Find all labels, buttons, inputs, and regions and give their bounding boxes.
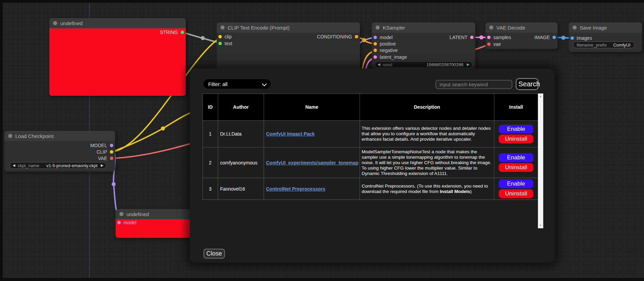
input-slot-positive[interactable]: positive	[374, 41, 396, 46]
node-vae-decode[interactable]: VAE Decode samples vae IMAGE	[485, 22, 558, 49]
node-title-bar[interactable]: CLIP Text Encode (Prompt)	[217, 22, 360, 33]
input-dot-vae[interactable]	[487, 42, 491, 46]
slot-label: VAE	[98, 156, 107, 161]
node-collapse-dot[interactable]	[119, 212, 123, 216]
seed-widget[interactable]: ◀ seed 156680208700286 ▶	[375, 61, 473, 68]
input-slot-latent-image[interactable]: latent_image	[374, 55, 407, 59]
scroll-up-arrow-icon[interactable]: ▲	[539, 95, 542, 98]
filter-select[interactable]: Filter: all	[203, 79, 271, 89]
input-dot-negative[interactable]	[374, 49, 377, 52]
output-slot-string[interactable]: STRING	[160, 30, 184, 35]
input-dot-positive[interactable]	[374, 42, 377, 46]
decrement-arrow-icon[interactable]: ◀	[13, 164, 15, 167]
ckpt-name-widget[interactable]: ◀ ckpt_name v1-5-pruned-emaonly.ckpt ▶	[10, 162, 106, 169]
uninstall-button[interactable]: Uninstall	[499, 189, 533, 198]
node-collapse-dot[interactable]	[8, 134, 12, 138]
widget-value[interactable]: v1-5-pruned-emaonly.ckpt	[46, 163, 97, 168]
input-slot-model[interactable]: model	[374, 35, 393, 40]
enable-button[interactable]: Enable	[499, 153, 533, 162]
input-dot-images[interactable]	[571, 36, 574, 40]
node-title-bar[interactable]: Load Checkpoint	[4, 131, 115, 141]
canvas-edge-top	[0, 0, 644, 3]
cell-install: EnableUninstall	[494, 178, 538, 200]
uninstall-button[interactable]: Uninstall	[499, 135, 533, 143]
output-slot-image[interactable]: IMAGE	[534, 35, 556, 40]
node-error-body	[49, 28, 186, 96]
node-title-bar[interactable]: undefined	[116, 209, 191, 219]
output-dot-conditioning[interactable]	[355, 35, 358, 38]
output-slot-conditioning[interactable]: CONDITIONING	[317, 34, 358, 39]
description-text: Install Models	[440, 189, 470, 194]
input-slot-model[interactable]: model	[117, 220, 136, 225]
table-body: 1Dr.Lt.DataComfyUI Impact PackThis exten…	[203, 121, 538, 200]
wire-conditioning-dot	[362, 38, 366, 42]
cell-install: EnableUninstall	[494, 121, 538, 147]
decrement-arrow-icon[interactable]: ◀	[378, 63, 380, 66]
search-input[interactable]	[435, 80, 512, 89]
slot-label: CLIP	[97, 149, 107, 155]
node-collapse-dot[interactable]	[220, 25, 225, 30]
node-title-bar[interactable]: undefined	[49, 18, 186, 28]
output-slot-model[interactable]: MODEL	[90, 143, 113, 148]
uninstall-button[interactable]: Uninstall	[499, 163, 533, 172]
extension-link[interactable]: ControlNet Preprocessors	[266, 186, 325, 192]
output-slot-clip[interactable]: CLIP	[97, 150, 113, 154]
node-save-image[interactable]: Save Image images filename_prefix ComfyU…	[569, 22, 642, 52]
input-dot-clip[interactable]	[218, 35, 222, 38]
filename-prefix-widget[interactable]: filename_prefix ComfyUI	[573, 41, 635, 48]
extension-link[interactable]: ComfyUI_experiments/sampler_tonemap	[266, 160, 359, 165]
search-button[interactable]: Search	[516, 78, 539, 90]
node-collapse-dot[interactable]	[573, 25, 577, 30]
cell-author: Fannovel16	[218, 178, 264, 200]
output-dot-vae[interactable]	[110, 157, 113, 160]
extension-link[interactable]: ComfyUI Impact Pack	[266, 131, 315, 137]
node-collapse-dot[interactable]	[489, 25, 493, 30]
widget-name: seed	[383, 62, 392, 67]
description-text: ModelSamplerTonemapNoiseTest a node that…	[362, 149, 491, 176]
scroll-down-arrow-icon[interactable]: ▼	[539, 224, 542, 227]
enable-button[interactable]: Enable	[499, 179, 533, 188]
output-dot-model[interactable]	[110, 144, 113, 147]
node-title: CLIP Text Encode (Prompt)	[228, 25, 290, 31]
input-dot-latent-image[interactable]	[374, 55, 377, 59]
node-undefined-top[interactable]: undefined STRING	[49, 18, 186, 96]
node-title-bar[interactable]: KSampler	[372, 22, 475, 33]
input-dot-samples[interactable]	[487, 36, 491, 39]
close-button[interactable]: Close	[203, 249, 225, 259]
widget-value[interactable]: 156680208700286	[427, 62, 463, 67]
widget-value[interactable]: ComfyUI	[613, 42, 630, 48]
input-slot-vae[interactable]: vae	[487, 42, 501, 47]
node-title-bar[interactable]: VAE Decode	[485, 22, 558, 33]
input-slot-text[interactable]: text	[218, 41, 232, 46]
input-dot-text[interactable]	[218, 42, 222, 45]
input-slot-negative[interactable]: negative	[374, 48, 398, 53]
node-title: Save Image	[580, 25, 607, 31]
increment-arrow-icon[interactable]: ▶	[101, 164, 103, 167]
slot-label: STRING	[160, 30, 178, 35]
node-title-bar[interactable]: Save Image	[569, 22, 642, 33]
output-dot-latent[interactable]	[470, 36, 474, 39]
node-collapse-dot[interactable]	[53, 21, 57, 25]
column-header-install: Install	[494, 94, 538, 121]
slot-label: CONDITIONING	[317, 34, 352, 39]
output-dot-image[interactable]	[552, 36, 556, 39]
input-dot-model[interactable]	[117, 221, 121, 224]
node-undefined-bottom[interactable]: undefined model	[116, 209, 191, 238]
table-scrollbar[interactable]: ▲ ▼	[538, 93, 543, 228]
output-dot-string[interactable]	[181, 31, 184, 34]
cell-author: comfyanonymous	[218, 147, 264, 178]
input-slot-clip[interactable]: clip	[218, 34, 232, 39]
wire-latent-dot	[479, 35, 483, 39]
output-slot-vae[interactable]: VAE	[98, 156, 113, 161]
input-slot-images[interactable]: images	[571, 36, 592, 40]
node-load-checkpoint[interactable]: Load Checkpoint MODEL CLIP VAE ◀ ckpt_na…	[4, 131, 115, 172]
input-dot-model[interactable]	[374, 36, 377, 39]
node-ksampler[interactable]: KSampler model positive negative latent_…	[372, 22, 475, 70]
node-clip-text-encode[interactable]: CLIP Text Encode (Prompt) clip text COND…	[217, 22, 360, 70]
input-slot-samples[interactable]: samples	[487, 35, 511, 40]
increment-arrow-icon[interactable]: ▶	[467, 63, 469, 66]
enable-button[interactable]: Enable	[499, 125, 533, 134]
node-collapse-dot[interactable]	[376, 25, 380, 30]
output-slot-latent[interactable]: LATENT	[449, 35, 474, 40]
output-dot-clip[interactable]	[110, 150, 113, 154]
